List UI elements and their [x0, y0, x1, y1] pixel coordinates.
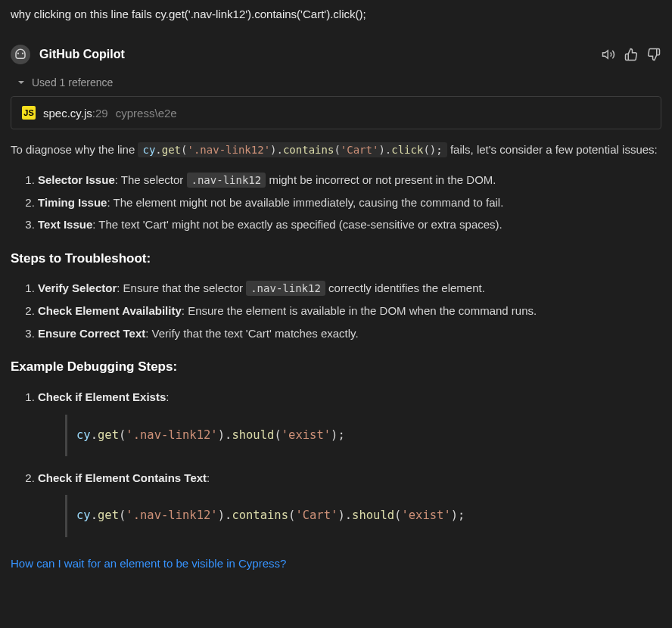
- thumbs-down-icon[interactable]: [646, 47, 661, 62]
- inline-code: .nav-link12: [246, 281, 325, 296]
- list-item-bold: Ensure Correct Text: [38, 327, 145, 340]
- assistant-response: GitHub Copilot: [0, 34, 672, 570]
- reference-file-info: spec.cy.js:29 cypress\e2e: [43, 107, 177, 120]
- steps-list: Verify Selector: Ensure that the selecto…: [11, 278, 661, 343]
- code-block: cy.get('.nav-link12').contains('Cart').s…: [65, 495, 661, 536]
- js-file-icon: JS: [22, 106, 36, 120]
- action-icons: [601, 47, 661, 62]
- assistant-header-left: GitHub Copilot: [11, 45, 125, 64]
- list-item: Text Issue: The text 'Cart' might not be…: [38, 215, 661, 235]
- speaker-icon[interactable]: [601, 47, 616, 62]
- debug-item: Check if Element Contains Text:: [38, 468, 661, 488]
- svg-point-1: [22, 52, 23, 54]
- intro-text: To diagnose why the line: [11, 143, 138, 156]
- debug-item-label: Check if Element Exists: [38, 390, 166, 403]
- reference-path: cypress\e2e: [116, 107, 177, 120]
- list-item-bold: Check Element Availability: [38, 304, 182, 317]
- debug-item: Check if Element Exists:: [38, 387, 661, 407]
- list-item: Selector Issue: The selector .nav-link12…: [38, 170, 661, 190]
- references-label: Used 1 reference: [32, 76, 113, 89]
- code-block: cy.get('.nav-link12').should('exist');: [65, 415, 661, 456]
- assistant-name: GitHub Copilot: [39, 48, 125, 61]
- reference-filename: spec.cy.js: [43, 107, 92, 120]
- debug-item-label: Check if Element Contains Text: [38, 471, 207, 484]
- list-item: Check Element Availability: Ensure the e…: [38, 301, 661, 321]
- copilot-avatar-icon: [11, 45, 30, 64]
- intro-paragraph: To diagnose why the line cy.get('.nav-li…: [11, 140, 661, 160]
- svg-marker-2: [603, 51, 608, 59]
- thumbs-up-icon[interactable]: [624, 47, 639, 62]
- inline-code: .nav-link12: [187, 173, 266, 188]
- example-heading: Example Debugging Steps:: [11, 356, 661, 378]
- user-query: why clicking on this line fails cy.get('…: [0, 0, 672, 34]
- reference-file[interactable]: JS spec.cy.js:29 cypress\e2e: [11, 96, 661, 129]
- chevron-down-icon: [15, 76, 27, 89]
- list-item-bold: Selector Issue: [38, 173, 115, 186]
- inline-code: cy.get('.nav-link12').contains('Cart').c…: [138, 142, 446, 157]
- list-item: Timing Issue: The element might not be a…: [38, 193, 661, 213]
- list-item-bold: Text Issue: [38, 218, 92, 231]
- issues-list: Selector Issue: The selector .nav-link12…: [11, 170, 661, 235]
- steps-heading: Steps to Troubleshoot:: [11, 248, 661, 270]
- assistant-header: GitHub Copilot: [11, 34, 661, 70]
- debug-list: Check if Element Exists:cy.get('.nav-lin…: [11, 387, 661, 537]
- reference-line: :29: [92, 107, 108, 120]
- response-content: To diagnose why the line cy.get('.nav-li…: [11, 140, 661, 537]
- references-toggle[interactable]: Used 1 reference: [11, 70, 661, 96]
- svg-point-0: [17, 52, 19, 54]
- list-item-bold: Verify Selector: [38, 281, 117, 294]
- list-item: Verify Selector: Ensure that the selecto…: [38, 278, 661, 298]
- list-item-bold: Timing Issue: [38, 196, 107, 209]
- list-item: Ensure Correct Text: Verify that the tex…: [38, 324, 661, 344]
- suggestion-link[interactable]: How can I wait for an element to be visi…: [11, 549, 661, 570]
- intro-text-suffix: fails, let's consider a few potential is…: [447, 143, 658, 156]
